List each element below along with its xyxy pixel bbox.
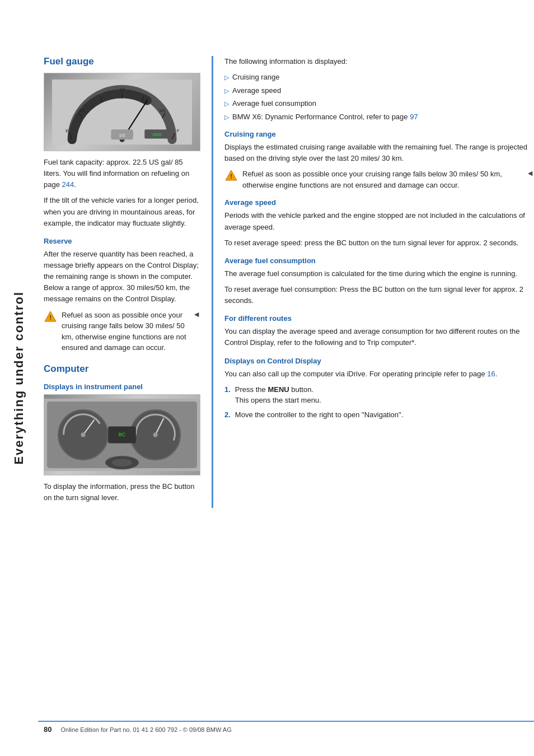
- svg-text:!: !: [230, 173, 232, 180]
- right-column: The following information is displayed: …: [212, 56, 534, 508]
- instrument-panel-image: BC: [44, 394, 200, 475]
- sidebar: Everything under control: [0, 0, 38, 756]
- avg-speed-para1: Periods with the vehicle parked and the …: [224, 210, 534, 232]
- svg-text:BC: BC: [119, 432, 126, 437]
- bullet-item-1: ▷ Cruising range: [224, 72, 534, 83]
- svg-text:0320: 0320: [153, 133, 162, 137]
- fuel-para1: Fuel tank capacity: approx. 22.5 US gal/…: [44, 157, 200, 190]
- computer-title: Computer: [44, 363, 200, 375]
- svg-text:1/2: 1/2: [119, 87, 125, 92]
- diff-routes-title: For different routes: [224, 314, 534, 323]
- fuel-para2: If the tilt of the vehicle varies for a …: [44, 195, 200, 228]
- link-16[interactable]: 16: [487, 370, 495, 378]
- arrow-icon-1: ▷: [224, 73, 229, 82]
- avg-fuel-para2: To reset average fuel consumption: Press…: [224, 284, 534, 306]
- fuel-gauge-image: E 1/4 1/2 3/4 F 1/2 0320: [44, 73, 200, 151]
- avg-speed-para2: To reset average speed: press the BC but…: [224, 237, 534, 249]
- svg-text:1/2: 1/2: [119, 133, 125, 138]
- bullet-item-4: ▷ BMW X6: Dynamic Performance Control, r…: [224, 111, 534, 123]
- gauge-svg: E 1/4 1/2 3/4 F 1/2 0320: [52, 77, 192, 147]
- main-content: Fuel gauge: [38, 0, 534, 542]
- svg-text:F: F: [177, 128, 180, 133]
- cruising-warning-text: Refuel as soon as possible once your cru…: [242, 169, 522, 190]
- instrument-graphic: BC: [44, 395, 200, 475]
- warning-icon-left: !: [44, 310, 57, 324]
- cruising-para: Displays the estimated cruising range av…: [224, 142, 534, 164]
- steps-list: 1. Press the MENU button.This opens the …: [224, 384, 534, 421]
- info-bullet-list: ▷ Cruising range ▷ Average speed ▷ Avera…: [224, 72, 534, 122]
- avg-speed-title: Average speed: [224, 198, 534, 207]
- following-info-text: The following information is displayed:: [224, 56, 534, 67]
- step-1: 1. Press the MENU button.This opens the …: [224, 384, 534, 406]
- fuel-link-244[interactable]: 244: [62, 180, 74, 189]
- bullet-item-3: ▷ Average fuel consumption: [224, 98, 534, 109]
- link-97[interactable]: 97: [410, 113, 418, 121]
- svg-point-28: [153, 432, 158, 437]
- footer: 80 Online Edition for Part no. 01 41 2 6…: [38, 721, 534, 734]
- svg-text:3/4: 3/4: [160, 109, 165, 113]
- control-display-para: You can also call up the computer via iD…: [224, 368, 534, 380]
- control-display-title: Displays on Control Display: [224, 357, 534, 365]
- bullet-item-2: ▷ Average speed: [224, 85, 534, 96]
- fuel-gauge-title: Fuel gauge: [44, 56, 200, 67]
- cruising-range-title: Cruising range: [224, 130, 534, 138]
- svg-point-32: [112, 459, 132, 466]
- computer-section: Computer Displays in instrument panel: [44, 363, 200, 503]
- displays-instrument-title: Displays in instrument panel: [44, 382, 200, 391]
- step-2: 2. Move the controller to the right to o…: [224, 409, 534, 421]
- svg-text:E: E: [65, 128, 69, 133]
- arrow-icon-4: ▷: [224, 113, 229, 122]
- svg-text:!: !: [49, 314, 51, 321]
- left-column: Fuel gauge: [38, 56, 212, 508]
- arrow-icon-2: ▷: [224, 86, 229, 96]
- sidebar-text: Everything under control: [12, 291, 26, 465]
- svg-point-25: [81, 432, 86, 437]
- fuel-warning-box: ! Refuel as soon as possible once your c…: [44, 310, 200, 353]
- cruising-warning-box: ! Refuel as soon as possible once your c…: [224, 169, 534, 190]
- reserve-para: After the reserve quantity has been reac…: [44, 249, 200, 305]
- gauge-graphic: E 1/4 1/2 3/4 F 1/2 0320: [44, 73, 200, 151]
- diff-routes-para: You can display the average speed and av…: [224, 326, 534, 348]
- instrument-svg: BC: [44, 395, 200, 475]
- reserve-title: Reserve: [44, 237, 200, 245]
- fuel-warning-text: Refuel as soon as possible once your cru…: [62, 310, 188, 353]
- displays-para: To display the information, press the BC…: [44, 481, 200, 503]
- svg-text:1/4: 1/4: [79, 109, 85, 113]
- page-number: 80: [44, 725, 51, 734]
- avg-fuel-para1: The average fuel consumption is calculat…: [224, 268, 534, 279]
- arrow-icon-3: ▷: [224, 99, 229, 109]
- avg-fuel-title: Average fuel consumption: [224, 256, 534, 265]
- warning-icon-right: !: [224, 169, 238, 183]
- footer-text: Online Edition for Part no. 01 41 2 600 …: [60, 726, 231, 733]
- fuel-gauge-section: Fuel gauge: [44, 56, 200, 353]
